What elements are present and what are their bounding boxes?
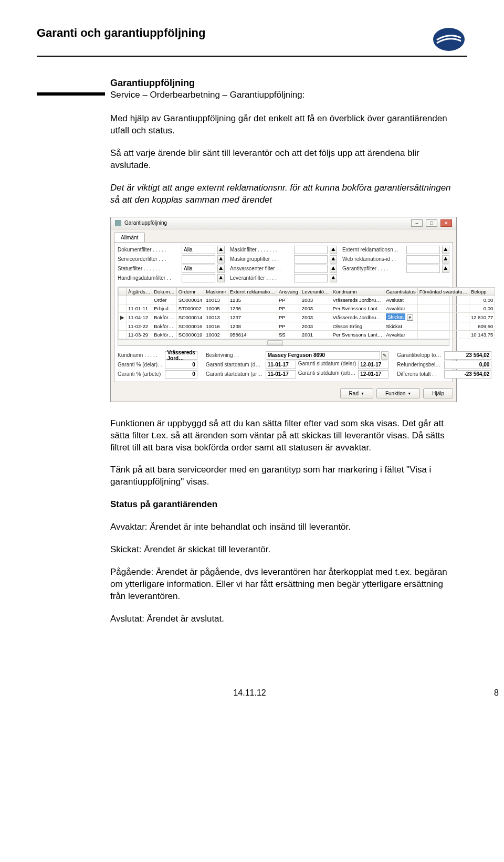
column-header[interactable] — [119, 287, 127, 296]
cell[interactable]: SO000014 — [176, 312, 204, 322]
filter-input[interactable] — [182, 274, 215, 282]
table-row[interactable]: ▶11-04-12Bokför…SO000014100131237PP2003V… — [119, 312, 495, 322]
cell[interactable] — [417, 296, 469, 304]
filter-input[interactable] — [294, 265, 328, 273]
cell[interactable] — [119, 330, 127, 339]
cell[interactable]: Order — [152, 296, 177, 304]
table-row[interactable]: 11-02-22Bokför…SO000016100161238PP2003Ol… — [119, 322, 495, 330]
field-slutdatum-arbete[interactable]: 12-01-17 — [358, 370, 388, 379]
cell[interactable]: 1236 — [228, 304, 277, 312]
cell[interactable]: 2003 — [300, 312, 331, 322]
column-header[interactable]: Leverantö… — [300, 287, 331, 296]
cell[interactable]: Bokför… — [152, 330, 177, 339]
cell[interactable]: SO000016 — [176, 322, 204, 330]
field-startdatum-delar[interactable]: 11-01-17 — [266, 361, 296, 369]
hjalp-button[interactable]: Hjälp — [423, 388, 453, 398]
data-grid[interactable]: Åtgärds…Dokum…OrdernrMaskinnrExternt rek… — [118, 287, 449, 346]
cell[interactable]: PP — [277, 296, 300, 304]
cell[interactable]: Olsson Erling — [331, 322, 384, 330]
cell[interactable]: Avvaktar — [384, 304, 418, 312]
cell[interactable]: Per Svenssons Lant… — [331, 330, 384, 339]
minimize-button[interactable]: – — [411, 219, 423, 227]
cell[interactable] — [417, 330, 469, 339]
cell[interactable]: SO000019 — [176, 330, 204, 339]
cell[interactable] — [417, 322, 469, 330]
rad-button[interactable]: Rad▼ — [340, 388, 373, 398]
filter-input[interactable]: Alla — [182, 246, 215, 254]
cell[interactable]: 11-02-22 — [127, 322, 152, 330]
column-header[interactable]: Maskinnr — [204, 287, 228, 296]
cell[interactable]: 958614 — [228, 330, 277, 339]
cell[interactable]: Per Svenssons Lant… — [331, 304, 384, 312]
field-beskrivning[interactable]: Massey Ferguson 8690 — [266, 351, 381, 360]
dropdown-icon[interactable]: ▼ — [407, 314, 413, 321]
filter-input[interactable] — [182, 255, 215, 264]
cell[interactable]: 2003 — [300, 304, 331, 312]
column-header[interactable]: Ordernr — [176, 287, 204, 296]
table-row[interactable]: 11-01-11Erbjud…ST000002100051236PP2003Pe… — [119, 304, 495, 312]
cell[interactable]: Avvaktar — [384, 330, 418, 339]
column-header[interactable]: Kundnamn — [331, 287, 384, 296]
cell[interactable]: PP — [277, 322, 300, 330]
lookup-icon[interactable]: ⯅ — [217, 265, 225, 273]
cell[interactable]: 10 143,75 — [469, 330, 495, 339]
cell[interactable]: Vråssereds Jordbru… — [331, 312, 384, 322]
cell[interactable]: Bokför… — [152, 322, 177, 330]
cell[interactable]: SO000014 — [176, 296, 204, 304]
column-header[interactable]: Förväntad svardatu… — [417, 287, 469, 296]
horizontal-scrollbar[interactable] — [118, 339, 449, 345]
cell[interactable]: Erbjud… — [152, 304, 177, 312]
cell[interactable] — [127, 296, 152, 304]
table-row[interactable]: 11-03-29Bokför…SO00001910002958614SS2001… — [119, 330, 495, 339]
filter-input[interactable] — [294, 274, 328, 282]
cell[interactable]: 2003 — [300, 296, 331, 304]
cell[interactable]: 11-04-12 — [127, 312, 152, 322]
field-garantibelopp[interactable]: 23 564,02 — [444, 351, 491, 360]
cell[interactable]: 10013 — [204, 296, 228, 304]
tab-allmant[interactable]: Allmänt — [114, 233, 145, 242]
lookup-icon[interactable]: ⯅ — [330, 265, 337, 273]
column-header[interactable]: Belopp — [469, 287, 495, 296]
cell[interactable]: 2003 — [300, 322, 331, 330]
field-kundnamn[interactable]: Vråssereds Jord… — [165, 351, 197, 360]
lookup-icon[interactable]: ⯅ — [442, 246, 449, 254]
column-header[interactable]: Garantistatus — [384, 287, 418, 296]
cell[interactable]: Skickat▼ — [384, 312, 418, 322]
column-header[interactable]: Externt reklamatio… — [228, 287, 277, 296]
filter-input[interactable] — [406, 265, 440, 273]
cell[interactable]: 12 810,77 — [469, 312, 495, 322]
cell[interactable] — [417, 312, 469, 322]
cell[interactable] — [119, 322, 127, 330]
lookup-icon[interactable]: ⯅ — [330, 255, 337, 264]
field-differens[interactable]: -23 564,02 — [444, 370, 491, 379]
table-row[interactable]: OrderSO000014100131235PP2003Vråssereds J… — [119, 296, 495, 304]
lookup-icon[interactable]: ⯅ — [217, 274, 225, 282]
field-startdatum-arbete[interactable]: 11-01-17 — [266, 370, 296, 379]
lookup-icon[interactable]: ⯅ — [330, 274, 337, 282]
cell[interactable]: 0,00 — [469, 304, 495, 312]
funktion-button[interactable]: Funktion▼ — [376, 388, 420, 398]
filter-input[interactable]: Alla — [182, 265, 215, 273]
lookup-icon[interactable]: ⯅ — [217, 246, 225, 254]
cell[interactable]: 10002 — [204, 330, 228, 339]
cell[interactable]: ▶ — [119, 312, 127, 322]
lookup-icon[interactable]: ⯅ — [217, 255, 225, 264]
cell[interactable]: PP — [277, 312, 300, 322]
filter-input[interactable] — [294, 246, 328, 254]
close-button[interactable]: ✕ — [440, 219, 452, 227]
cell[interactable] — [119, 296, 127, 304]
cell[interactable]: SS — [277, 330, 300, 339]
filter-input[interactable] — [294, 255, 328, 264]
cell[interactable] — [119, 304, 127, 312]
lookup-icon[interactable]: ⯅ — [330, 246, 337, 254]
cell[interactable]: Bokför… — [152, 312, 177, 322]
cell[interactable]: 10016 — [204, 322, 228, 330]
edit-icon[interactable]: ✎ — [381, 351, 388, 360]
cell[interactable]: 11-01-11 — [127, 304, 152, 312]
filter-input[interactable] — [406, 255, 440, 264]
cell[interactable]: 0,00 — [469, 296, 495, 304]
field-refundering[interactable]: 0,00 — [444, 361, 491, 369]
maximize-button[interactable]: □ — [426, 219, 437, 227]
column-header[interactable]: Åtgärds… — [127, 287, 152, 296]
cell[interactable]: Vråssereds Jordbru… — [331, 296, 384, 304]
